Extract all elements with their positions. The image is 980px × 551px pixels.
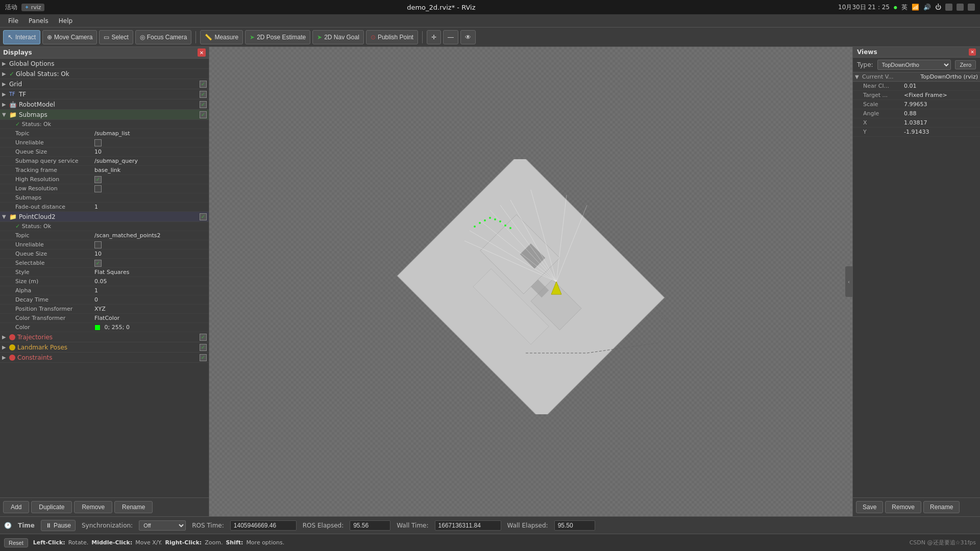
rename-display-button[interactable]: Rename xyxy=(114,501,153,513)
displays-close-button[interactable]: ✕ xyxy=(198,48,206,57)
global-options-item[interactable]: Global Options xyxy=(0,59,209,69)
save-view-button[interactable]: Save xyxy=(856,501,883,513)
pc2-topic-row[interactable]: Topic /scan_matched_points2 xyxy=(0,231,209,240)
views-close-button[interactable]: ✕ xyxy=(969,48,976,56)
landmark-item[interactable]: Landmark Poses xyxy=(0,342,209,353)
global-options-arrow[interactable] xyxy=(2,61,9,66)
submaps-lowres-row[interactable]: Low Resolution xyxy=(0,184,209,193)
remove-display-button[interactable]: Remove xyxy=(74,501,112,513)
view-type-select[interactable]: TopDownOrtho Orbit FPS xyxy=(877,60,951,70)
submaps-unreliable-row[interactable]: Unreliable xyxy=(0,138,209,147)
near-clip-row[interactable]: Near Cl... 0.01 xyxy=(853,82,980,91)
menu-help[interactable]: Help xyxy=(54,16,78,26)
duplicate-display-button[interactable]: Duplicate xyxy=(31,501,72,513)
unreliable-checkbox[interactable] xyxy=(94,139,102,146)
tf-item[interactable]: TF TF xyxy=(0,89,209,99)
ros-elapsed-field[interactable] xyxy=(350,520,390,531)
activities-label[interactable]: 活动 xyxy=(5,3,17,12)
constraints-arrow[interactable] xyxy=(2,355,9,360)
tf-checkbox[interactable] xyxy=(200,91,207,98)
locale[interactable]: 英 xyxy=(901,3,908,12)
current-view-arrow[interactable] xyxy=(855,74,862,80)
scale-row[interactable]: Scale 7.99653 xyxy=(853,100,980,109)
menu-panels[interactable]: Panels xyxy=(23,16,54,26)
pose-estimate-button[interactable]: ➤ 2D Pose Estimate xyxy=(245,30,310,44)
pc2-decaytime-row[interactable]: Decay Time 0 xyxy=(0,295,209,305)
pc2-position-row[interactable]: Position Transformer XYZ xyxy=(0,305,209,314)
constraints-item[interactable]: Constraints xyxy=(0,353,209,363)
global-status-arrow[interactable] xyxy=(2,71,9,77)
wall-elapsed-field[interactable] xyxy=(554,520,595,531)
robotmodel-checkbox[interactable] xyxy=(200,101,207,108)
pointcloud2-arrow[interactable] xyxy=(2,214,9,219)
reset-button[interactable]: Reset xyxy=(4,538,28,547)
traj-checkbox[interactable] xyxy=(200,334,207,341)
menu-file[interactable]: File xyxy=(3,16,23,26)
volume-icon[interactable]: 🔊 xyxy=(923,4,931,11)
app-name[interactable]: rviz xyxy=(31,4,41,11)
landmark-checkbox[interactable] xyxy=(200,344,207,351)
constraints-checkbox[interactable] xyxy=(200,354,207,361)
submaps-queuesize-row[interactable]: Queue Size 10 xyxy=(0,147,209,157)
angle-row[interactable]: Angle 0.88 xyxy=(853,109,980,118)
add-display-button[interactable]: Add xyxy=(3,501,29,513)
submaps-highres-row[interactable]: High Resolution xyxy=(0,175,209,184)
pc2-color-transformer-row[interactable]: Color Transformer FlatColor xyxy=(0,314,209,323)
submaps-tracking-row[interactable]: Tracking frame base_link xyxy=(0,166,209,175)
move-camera-button[interactable]: ⊕ Move Camera xyxy=(42,30,97,44)
submaps-submaps-row[interactable]: Submaps xyxy=(0,193,209,203)
pc2-alpha-row[interactable]: Alpha 1 xyxy=(0,286,209,295)
power-icon[interactable]: ⏻ xyxy=(935,4,941,11)
submaps-fadeout-row[interactable]: Fade-out distance 1 xyxy=(0,203,209,212)
pc2-style-row[interactable]: Style Flat Squares xyxy=(0,268,209,277)
nav-goal-button[interactable]: ➤ 2D Nav Goal xyxy=(312,30,364,44)
collapse-handle[interactable]: ‹ xyxy=(845,266,852,297)
pc2-color-row[interactable]: Color 0; 255; 0 xyxy=(0,323,209,332)
landmark-arrow[interactable] xyxy=(2,344,9,350)
close-button[interactable] xyxy=(968,4,975,11)
zero-button[interactable]: Zero xyxy=(955,60,976,69)
publish-point-button[interactable]: ⊙ Publish Point xyxy=(366,30,418,44)
submaps-arrow[interactable] xyxy=(2,112,9,117)
wall-time-field[interactable] xyxy=(435,520,501,531)
global-status-item[interactable]: ✓ Global Status: Ok xyxy=(0,69,209,79)
grid-arrow[interactable] xyxy=(2,81,9,87)
displays-content[interactable]: Global Options ✓ Global Status: Ok Grid xyxy=(0,59,209,497)
pc2-unreliable-row[interactable]: Unreliable xyxy=(0,240,209,249)
traj-arrow[interactable] xyxy=(2,334,9,340)
lowres-checkbox[interactable] xyxy=(94,185,102,192)
robotmodel-arrow[interactable] xyxy=(2,102,9,107)
target-row[interactable]: Target ... <Fixed Frame> xyxy=(853,91,980,100)
pc2-selectable-checkbox[interactable] xyxy=(94,260,102,267)
trajectories-item[interactable]: Trajectories xyxy=(0,332,209,342)
submaps-item[interactable]: 📁 Submaps xyxy=(0,110,209,120)
robotmodel-item[interactable]: 🤖 RobotModel xyxy=(0,99,209,110)
grid-checkbox[interactable] xyxy=(200,81,207,88)
submaps-topic-row[interactable]: Topic /submap_list xyxy=(0,129,209,138)
pointcloud2-checkbox[interactable] xyxy=(200,213,207,220)
select-button[interactable]: ▭ Select xyxy=(99,30,133,44)
tf-arrow[interactable] xyxy=(2,91,9,97)
focus-camera-button[interactable]: ◎ Focus Camera xyxy=(135,30,192,44)
submaps-query-row[interactable]: Submap query service /submap_query xyxy=(0,157,209,166)
view-button[interactable]: 👁 xyxy=(460,30,476,44)
interact-button[interactable]: ↖ Interact xyxy=(3,30,40,44)
maximize-button[interactable] xyxy=(957,4,964,11)
add-axis-button[interactable]: ✛ xyxy=(427,30,441,44)
pause-button[interactable]: ⏸ Pause xyxy=(41,520,76,531)
measure-button[interactable]: 📏 Measure xyxy=(200,30,243,44)
viewport-panel[interactable]: ‹ xyxy=(209,47,852,516)
pc2-queuesize-row[interactable]: Queue Size 10 xyxy=(0,249,209,259)
subtract-button[interactable]: — xyxy=(443,30,458,44)
pc2-size-row[interactable]: Size (m) 0.05 xyxy=(0,277,209,286)
wifi-icon[interactable]: 📶 xyxy=(912,4,919,11)
sync-select[interactable]: Off Approximate Exact xyxy=(139,520,186,531)
remove-view-button[interactable]: Remove xyxy=(885,501,921,513)
grid-item[interactable]: Grid xyxy=(0,79,209,89)
rename-view-button[interactable]: Rename xyxy=(923,501,960,513)
x-row[interactable]: X 1.03817 xyxy=(853,118,980,128)
minimize-button[interactable] xyxy=(945,4,952,11)
ros-time-field[interactable] xyxy=(230,520,297,531)
submaps-checkbox[interactable] xyxy=(200,111,207,118)
current-view-header[interactable]: Current V... TopDownOrtho (rviz) xyxy=(853,72,980,82)
